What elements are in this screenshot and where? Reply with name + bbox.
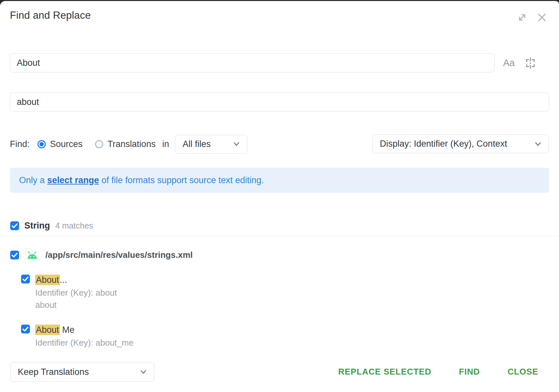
- info-banner: Only a select range of file formats supp…: [10, 168, 549, 193]
- android-icon: [26, 251, 38, 259]
- find-and-replace-overlay: Find and Replace: [0, 0, 559, 392]
- keep-translations-select[interactable]: Keep Translations: [10, 362, 154, 382]
- file-scope-select[interactable]: All files: [175, 135, 247, 154]
- display-options-value: Display: Identifier (Key), Context: [380, 139, 507, 149]
- result-identifier: Identifier (Key): about: [35, 286, 117, 300]
- window-controls: [516, 11, 548, 24]
- replace-input[interactable]: [10, 92, 549, 111]
- result-source-text[interactable]: About Me: [35, 324, 134, 336]
- section-divider: [0, 236, 559, 236]
- chevron-down-icon: [140, 370, 147, 374]
- find-and-replace-dialog: Find and Replace: [0, 1, 559, 392]
- search-tools: Aa: [503, 53, 537, 72]
- close-button[interactable]: CLOSE: [507, 367, 538, 377]
- whole-word-icon[interactable]: [524, 56, 537, 69]
- sources-radio[interactable]: [37, 140, 46, 148]
- search-result-row: About Me Identifier (Key): about_me: [21, 324, 134, 350]
- string-group-checkbox[interactable]: [10, 221, 19, 230]
- result-checkbox[interactable]: [21, 275, 30, 283]
- footer-actions: REPLACE SELECTED FIND CLOSE: [338, 367, 538, 377]
- match-highlight: About: [35, 325, 60, 335]
- search-input[interactable]: [10, 53, 495, 72]
- result-source-text[interactable]: About...: [35, 274, 117, 286]
- expand-icon[interactable]: [516, 11, 529, 24]
- match-highlight: About: [35, 275, 60, 285]
- replace-selected-button[interactable]: REPLACE SELECTED: [338, 367, 431, 377]
- banner-text-suffix: of file formats support source text edit…: [99, 175, 264, 185]
- result-identifier: Identifier (Key): about_me: [35, 336, 134, 350]
- find-button[interactable]: FIND: [459, 367, 480, 377]
- match-case-icon[interactable]: Aa: [503, 58, 515, 68]
- close-icon[interactable]: [535, 11, 548, 24]
- result-checkbox[interactable]: [21, 325, 30, 333]
- string-group-count: 4 matches: [55, 221, 93, 231]
- string-group-label: String: [24, 221, 50, 231]
- select-range-link[interactable]: select range: [47, 175, 99, 185]
- chevron-down-icon: [535, 142, 541, 146]
- display-options-select[interactable]: Display: Identifier (Key), Context: [372, 135, 549, 153]
- search-result-row: About... Identifier (Key): about about: [21, 274, 117, 310]
- file-checkbox[interactable]: [10, 251, 19, 259]
- translations-radio[interactable]: [95, 140, 103, 148]
- result-context: about: [35, 300, 117, 310]
- in-label: in: [162, 139, 169, 149]
- dialog-title: Find and Replace: [10, 10, 91, 21]
- file-row: /app/src/main/res/values/strings.xml: [10, 250, 193, 260]
- file-scope-value: All files: [182, 139, 211, 149]
- find-label: Find:: [10, 139, 30, 149]
- string-group-row: String 4 matches: [10, 221, 93, 231]
- chevron-down-icon: [233, 142, 240, 146]
- keep-translations-value: Keep Translations: [18, 367, 89, 377]
- find-options-row: Find: Sources Translations in All files: [10, 134, 247, 154]
- translations-radio-label[interactable]: Translations: [108, 139, 156, 149]
- banner-text-prefix: Only a: [19, 175, 47, 185]
- sources-radio-label[interactable]: Sources: [50, 139, 83, 149]
- file-path[interactable]: /app/src/main/res/values/strings.xml: [45, 250, 193, 260]
